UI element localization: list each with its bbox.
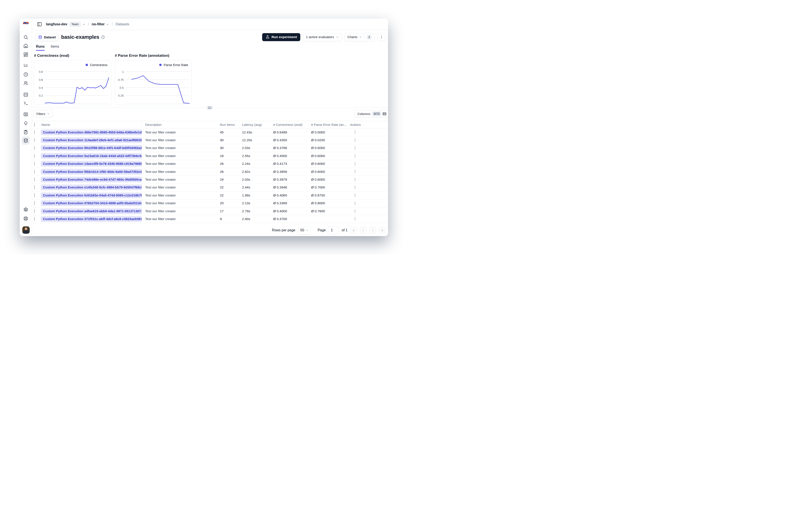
- user-avatar[interactable]: [22, 226, 30, 234]
- run-name-pill[interactable]: Custom Python Execution 74de488e-ec9d-47…: [41, 177, 142, 182]
- parse-error-rate-chart-title: # Parse Error Rate (annotation): [115, 54, 169, 58]
- row-height-button[interactable]: [380, 110, 388, 117]
- column-header-description[interactable]: Description: [142, 123, 220, 127]
- prompts-icon[interactable]: [22, 91, 30, 99]
- select-all-checkbox[interactable]: [34, 123, 35, 127]
- table-row: Custom Python Execution 076b2704-341d-48…: [32, 200, 388, 207]
- previous-page-button[interactable]: ‹: [360, 227, 367, 234]
- row-actions-button[interactable]: [352, 169, 358, 175]
- evaluators-icon[interactable]: [22, 110, 30, 118]
- run-name-pill[interactable]: Custom Python Execution 9fe23f98-881e-44…: [41, 145, 142, 151]
- run-latency: 1.99s: [242, 194, 273, 197]
- chevron-down-icon[interactable]: [106, 23, 109, 26]
- search-icon[interactable]: [22, 33, 30, 41]
- row-actions-button[interactable]: [352, 184, 358, 191]
- row-checkbox[interactable]: [34, 185, 35, 189]
- table-row: Custom Python Execution 5a15a616-1bab-44…: [32, 152, 388, 160]
- row-checkbox[interactable]: [34, 209, 35, 213]
- breadcrumb-environment[interactable]: no-filter: [92, 22, 105, 26]
- run-name-pill[interactable]: Custom Python Execution f6bb1614-1f90-40…: [41, 169, 142, 175]
- svg-text:0.8: 0.8: [39, 70, 43, 73]
- row-checkbox[interactable]: [34, 146, 35, 150]
- columns-button[interactable]: Columns 8/15: [354, 110, 384, 117]
- tab-runs[interactable]: Runs: [36, 45, 45, 51]
- settings-icon[interactable]: [22, 206, 30, 214]
- run-name-pill[interactable]: Custom Python Execution e14fa348-5cfc-49…: [41, 184, 142, 190]
- more-actions-button[interactable]: [377, 33, 385, 41]
- run-correctness: Ø 0.3948: [273, 185, 311, 189]
- run-parse-error-rate: Ø 0.8000: [311, 201, 350, 205]
- run-name-pill[interactable]: Custom Python Execution fe91b83e-04a5-47…: [41, 193, 142, 198]
- row-actions-button[interactable]: [352, 208, 358, 214]
- column-header-latency[interactable]: Latency (avg): [242, 123, 273, 127]
- row-actions-button[interactable]: [352, 153, 358, 159]
- support-icon[interactable]: [22, 214, 30, 223]
- legend-label: Parse Error Rate: [164, 63, 188, 67]
- column-header-parse-error-rate[interactable]: # Parse Error Rate (an...: [311, 123, 350, 127]
- row-actions-button[interactable]: [352, 137, 358, 143]
- resize-handle[interactable]: [207, 106, 212, 110]
- last-page-button[interactable]: »: [379, 227, 386, 234]
- row-checkbox[interactable]: [34, 201, 35, 205]
- row-actions-button[interactable]: [352, 200, 358, 206]
- run-name-pill[interactable]: Custom Python Execution 371f531c-abff-4d…: [41, 216, 142, 222]
- run-name-pill[interactable]: Custom Python Execution 076b2704-341d-48…: [41, 200, 142, 206]
- row-checkbox[interactable]: [34, 193, 35, 197]
- row-actions-button[interactable]: [352, 145, 358, 151]
- row-actions-button[interactable]: [352, 216, 358, 222]
- row-actions-button[interactable]: [352, 192, 358, 198]
- breadcrumb-section[interactable]: Datasets: [115, 22, 129, 26]
- sessions-icon[interactable]: [22, 70, 30, 79]
- sidebar: [20, 19, 32, 236]
- correctness-chart: 0.20.40.60.8: [34, 61, 111, 105]
- chevron-down-icon[interactable]: [82, 23, 86, 26]
- run-experiment-button[interactable]: Run experiment: [262, 33, 300, 41]
- sidebar-toggle-icon[interactable]: [36, 21, 42, 27]
- column-header-run-items[interactable]: Run Items: [220, 123, 242, 127]
- run-name-pill[interactable]: Custom Python Execution d66e7991-8595-45…: [41, 130, 142, 135]
- page-size-select[interactable]: 50: [298, 226, 311, 234]
- row-checkbox-cell: [32, 217, 39, 221]
- info-icon[interactable]: [101, 35, 105, 39]
- row-checkbox[interactable]: [34, 162, 35, 166]
- row-checkbox[interactable]: [34, 130, 35, 134]
- run-parse-error-rate: Ø 0.7600: [311, 209, 350, 213]
- playground-icon[interactable]: [22, 99, 30, 107]
- row-checkbox[interactable]: [34, 138, 35, 142]
- run-name-pill[interactable]: Custom Python Execution 1daec0f9-5e78-43…: [41, 161, 142, 167]
- row-actions-button[interactable]: [352, 161, 358, 167]
- dashboards-icon[interactable]: [22, 50, 30, 59]
- users-icon[interactable]: [22, 79, 30, 87]
- column-header-correctness[interactable]: # Correctness (eval): [273, 123, 311, 127]
- row-checkbox[interactable]: [34, 177, 35, 181]
- next-page-button[interactable]: ›: [369, 227, 376, 234]
- run-name-pill[interactable]: Custom Python Execution 114aa9ef-29e6-4e…: [41, 137, 142, 143]
- row-checkbox[interactable]: [34, 154, 35, 158]
- run-name-pill[interactable]: Custom Python Execution adfae619-abb0-4d…: [41, 208, 142, 214]
- tracing-icon[interactable]: [22, 62, 30, 70]
- run-name-cell: Custom Python Execution e14fa348-5cfc-49…: [39, 184, 142, 191]
- charts-dropdown[interactable]: Charts 2: [344, 33, 375, 41]
- datasets-icon[interactable]: [22, 136, 30, 145]
- row-actions-button[interactable]: [352, 129, 358, 135]
- home-icon[interactable]: [22, 42, 30, 50]
- annotation-queues-icon[interactable]: [22, 128, 30, 136]
- run-name-pill[interactable]: Custom Python Execution 5a15a616-1bab-44…: [41, 153, 142, 159]
- row-actions-button[interactable]: [352, 176, 358, 182]
- column-header-actions: Actions: [350, 123, 388, 127]
- langfuse-logo-icon[interactable]: [23, 20, 29, 26]
- first-page-button[interactable]: «: [350, 227, 357, 234]
- row-checkbox[interactable]: [34, 217, 35, 221]
- lightbulb-icon[interactable]: [22, 120, 30, 128]
- row-checkbox[interactable]: [34, 170, 35, 174]
- tab-items[interactable]: Items: [51, 45, 59, 51]
- evaluators-dropdown[interactable]: 1 active evaluators: [303, 33, 342, 41]
- run-latency: 2.79s: [242, 209, 273, 213]
- dataset-header: Dataset basic-examples Run experiment 1 …: [32, 30, 388, 44]
- page-number-input[interactable]: 1: [328, 226, 339, 234]
- row-actions-cell: [350, 208, 388, 214]
- filters-button[interactable]: Filters: [33, 110, 53, 117]
- chevron-down-icon: [359, 36, 362, 39]
- breadcrumb-project[interactable]: langfuse-dev: [46, 22, 67, 26]
- column-header-name[interactable]: Name: [39, 121, 142, 128]
